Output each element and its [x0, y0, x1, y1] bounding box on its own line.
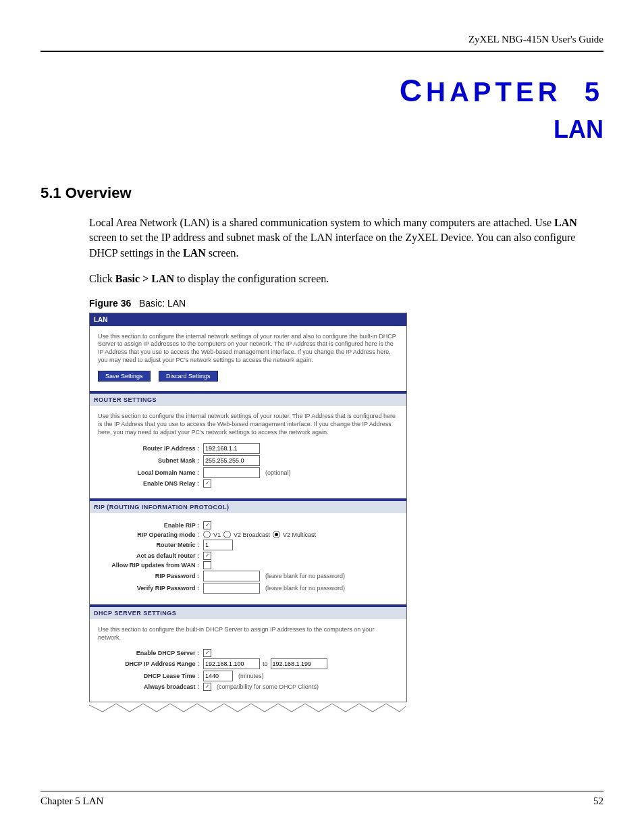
text: screen.: [206, 247, 239, 259]
figure-text: Basic: LAN: [139, 298, 186, 309]
enable-dns-relay-checkbox[interactable]: ✓: [203, 479, 211, 488]
verify-rip-password-label: Verify RIP Password :: [98, 585, 203, 592]
chapter-word: HAPTER: [426, 77, 561, 107]
subnet-mask-label: Subnet Mask :: [98, 457, 203, 464]
torn-edge-icon: [89, 702, 406, 714]
panel-intro: Use this section to configure the intern…: [98, 333, 398, 365]
bold: LAN: [554, 217, 577, 228]
chapter-subtitle: LAN: [41, 115, 603, 144]
dhcp-range-label: DHCP IP Address Range :: [98, 660, 203, 667]
footer-chapter: Chapter 5 LAN: [41, 796, 103, 807]
rip-mode-label: RIP Operating mode :: [98, 531, 203, 538]
lan-config-screenshot: LAN Use this section to configure the in…: [89, 313, 407, 702]
always-broadcast-checkbox[interactable]: ✓: [203, 683, 211, 691]
figure-label: Figure 36: [89, 298, 131, 309]
dhcp-lease-label: DHCP Lease Time :: [98, 673, 203, 679]
bold: Basic > LAN: [115, 273, 174, 284]
router-settings-desc: Use this section to configure the intern…: [98, 413, 398, 436]
router-ip-input[interactable]: [203, 443, 260, 454]
rip-password-label: RIP Password :: [98, 573, 203, 579]
verify-rip-password-input[interactable]: [203, 583, 260, 594]
footer-rule: [41, 791, 603, 791]
rip-v2m-text: V2 Multicast: [283, 531, 316, 538]
rip-password-input[interactable]: [203, 571, 260, 581]
chapter-c: C: [400, 73, 426, 108]
rip-wan-checkbox[interactable]: [203, 561, 211, 569]
text: to display the configuration screen.: [174, 273, 329, 284]
rip-v2-multicast-radio[interactable]: [273, 531, 280, 538]
always-broadcast-label: Always broadcast :: [98, 683, 203, 690]
bold: LAN: [183, 247, 206, 259]
optional-hint: (optional): [265, 469, 291, 476]
overview-paragraph-1: Local Area Network (LAN) is a shared com…: [41, 215, 603, 261]
section-heading: 5.1 Overview: [41, 184, 603, 202]
dhcp-range-from-input[interactable]: [203, 658, 260, 669]
text: screen to set the IP address and subnet …: [89, 232, 575, 258]
dhcp-lease-input[interactable]: [203, 671, 233, 681]
rip-v1-radio[interactable]: [203, 531, 211, 538]
local-domain-input[interactable]: [203, 467, 260, 478]
page-footer: Chapter 5 LAN 52: [41, 791, 603, 807]
enable-rip-label: Enable RIP :: [98, 522, 203, 529]
enable-dhcp-checkbox[interactable]: ✓: [203, 649, 211, 657]
text: Local Area Network (LAN) is a shared com…: [89, 217, 554, 228]
dhcp-header: DHCP SERVER SETTINGS: [90, 606, 406, 619]
figure-caption: Figure 36 Basic: LAN: [89, 298, 603, 309]
router-metric-input[interactable]: [203, 540, 233, 550]
minutes-hint: (minutes): [238, 673, 264, 679]
dhcp-range-to-input[interactable]: [271, 658, 327, 669]
header-rule: [41, 51, 603, 52]
chapter-title: CHAPTER 5: [41, 72, 603, 109]
enable-dhcp-label: Enable DHCP Server :: [98, 650, 203, 656]
local-domain-label: Local Domain Name :: [98, 469, 203, 476]
overview-paragraph-2: Click Basic > LAN to display the configu…: [41, 271, 603, 286]
discard-settings-button[interactable]: Discard Settings: [159, 371, 218, 382]
default-router-checkbox[interactable]: ✓: [203, 552, 211, 560]
chapter-number: 5: [585, 77, 603, 107]
verify-rip-pw-hint: (leave blank for no password): [265, 585, 345, 592]
rip-header: RIP (ROUTING INFORMATION PROTOCOL): [90, 500, 406, 513]
range-to-word: to: [263, 660, 268, 667]
enable-rip-checkbox[interactable]: ✓: [203, 521, 211, 529]
router-metric-label: Router Metric :: [98, 542, 203, 548]
broadcast-hint: (compatibility for some DHCP Clients): [217, 683, 319, 690]
footer-page-number: 52: [593, 796, 603, 807]
rip-pw-hint: (leave blank for no password): [265, 573, 345, 579]
rip-v2-broadcast-radio[interactable]: [223, 531, 231, 538]
enable-dns-relay-label: Enable DNS Relay :: [98, 480, 203, 487]
text: Click: [89, 273, 115, 284]
rip-wan-label: Allow RIP updates from WAN :: [98, 562, 203, 569]
rip-v1-text: V1: [213, 531, 221, 538]
dhcp-desc: Use this section to configure the built-…: [98, 626, 398, 642]
router-settings-header: ROUTER SETTINGS: [90, 392, 406, 406]
router-ip-label: Router IP Address :: [98, 445, 203, 452]
rip-v2b-text: V2 Broadcast: [234, 531, 270, 538]
subnet-mask-input[interactable]: [203, 455, 260, 466]
save-settings-button[interactable]: Save Settings: [98, 371, 151, 382]
panel-title: LAN: [90, 313, 406, 326]
page-header: ZyXEL NBG-415N User's Guide: [41, 34, 603, 45]
default-router-label: Act as default router :: [98, 552, 203, 559]
